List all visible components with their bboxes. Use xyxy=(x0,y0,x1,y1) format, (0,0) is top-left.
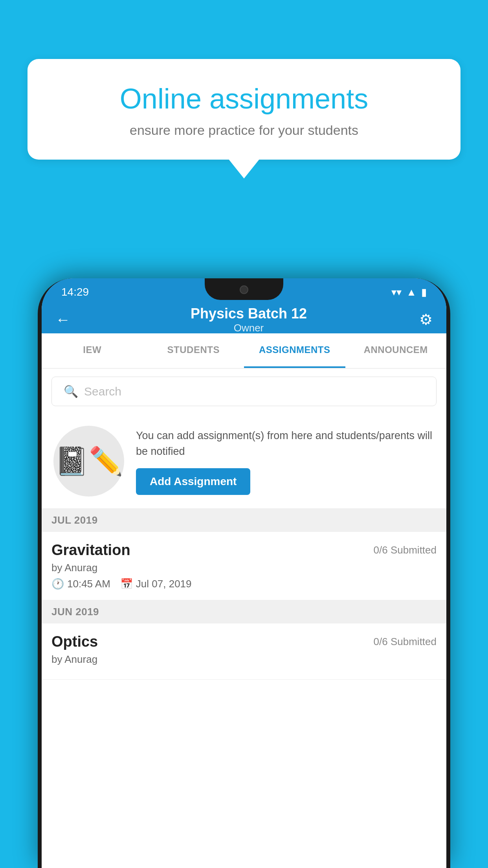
speech-bubble-subtitle: ensure more practice for your students xyxy=(55,123,433,138)
notch xyxy=(205,278,283,300)
promo-text-group: You can add assignment(s) from here and … xyxy=(136,428,435,495)
assignment-time-value: 10:45 AM xyxy=(67,578,110,590)
tab-iew[interactable]: IEW xyxy=(42,333,143,368)
status-icons: ▾▾ ▲ ▮ xyxy=(391,286,427,298)
search-input-wrapper[interactable]: 🔍 Search xyxy=(51,377,437,406)
notebook-icon: 📓✏️ xyxy=(55,445,123,477)
assignment-top-row-optics: Optics 0/6 Submitted xyxy=(51,633,437,650)
assignment-meta: 🕐 10:45 AM 📅 Jul 07, 2019 xyxy=(51,578,437,590)
assignment-title: Gravitation xyxy=(51,542,130,559)
app-bar-title-group: Physics Batch 12 Owner xyxy=(78,305,419,334)
assignment-top-row: Gravitation 0/6 Submitted xyxy=(51,542,437,559)
search-icon: 🔍 xyxy=(64,384,78,398)
search-container: 🔍 Search xyxy=(42,369,446,414)
settings-icon[interactable]: ⚙ xyxy=(419,311,433,328)
phone-frame: 14:29 ▾▾ ▲ ▮ ← Physics Batch 12 Owner ⚙ … xyxy=(38,278,450,868)
calendar-icon: 📅 xyxy=(120,578,133,590)
section-header-jun2019: JUN 2019 xyxy=(42,600,446,623)
assignment-item-optics[interactable]: Optics 0/6 Submitted by Anurag xyxy=(42,623,446,680)
assignment-date-value: Jul 07, 2019 xyxy=(136,578,192,590)
battery-icon: ▮ xyxy=(421,286,427,298)
status-time: 14:29 xyxy=(61,286,89,298)
tab-assignments[interactable]: ASSIGNMENTS xyxy=(244,333,345,368)
phone-screen: 14:29 ▾▾ ▲ ▮ ← Physics Batch 12 Owner ⚙ … xyxy=(42,278,446,868)
app-bar-title: Physics Batch 12 xyxy=(78,305,419,322)
wifi-icon: ▾▾ xyxy=(391,286,402,298)
app-bar-subtitle: Owner xyxy=(78,322,419,334)
tab-announcements[interactable]: ANNOUNCEM xyxy=(345,333,447,368)
speech-bubble-title: Online assignments xyxy=(55,83,433,115)
speech-bubble: Online assignments ensure more practice … xyxy=(28,59,460,160)
assignment-submitted-optics: 0/6 Submitted xyxy=(374,636,437,648)
assignment-author-optics: by Anurag xyxy=(51,653,437,666)
assignment-date: 📅 Jul 07, 2019 xyxy=(120,578,192,590)
back-button[interactable]: ← xyxy=(55,311,70,328)
signal-icon: ▲ xyxy=(406,286,416,298)
promo-section: 📓✏️ You can add assignment(s) from here … xyxy=(42,414,446,509)
speech-bubble-container: Online assignments ensure more practice … xyxy=(28,59,460,160)
assignment-submitted: 0/6 Submitted xyxy=(374,544,437,556)
add-assignment-button[interactable]: Add Assignment xyxy=(136,468,250,495)
assignment-item-gravitation[interactable]: Gravitation 0/6 Submitted by Anurag 🕐 10… xyxy=(42,532,446,600)
assignment-author: by Anurag xyxy=(51,562,437,574)
section-header-jul2019: JUL 2019 xyxy=(42,509,446,532)
camera xyxy=(240,285,248,294)
tabs-bar: IEW STUDENTS ASSIGNMENTS ANNOUNCEM xyxy=(42,333,446,369)
assignment-time: 🕐 10:45 AM xyxy=(51,578,110,590)
tab-students[interactable]: STUDENTS xyxy=(143,333,244,368)
promo-icon-circle: 📓✏️ xyxy=(53,426,124,497)
promo-description: You can add assignment(s) from here and … xyxy=(136,428,435,460)
assignment-title-optics: Optics xyxy=(51,633,98,650)
search-placeholder: Search xyxy=(84,385,121,398)
clock-icon: 🕐 xyxy=(51,578,64,590)
